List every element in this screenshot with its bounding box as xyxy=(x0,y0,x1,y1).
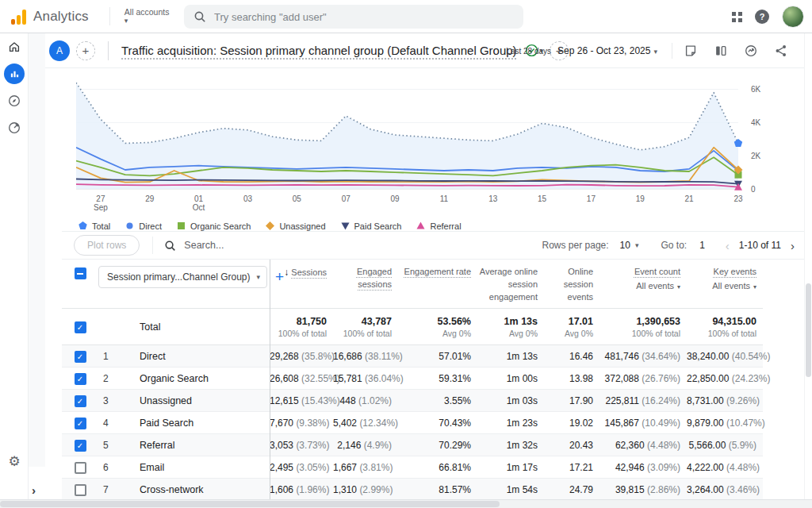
date-range-picker[interactable]: Sep 26 - Oct 23, 2025▾ xyxy=(557,45,657,56)
metric-cell: 3.55% xyxy=(398,395,477,406)
metric-cell: 16.46 xyxy=(544,351,599,362)
table-row[interactable]: 5 Referral 3,053 (3.73%) 2,146 (4.9%) 70… xyxy=(62,434,763,456)
metric-cell: 1m 32s xyxy=(477,440,544,451)
row-checkbox[interactable] xyxy=(75,395,86,407)
sidebar-item-advertising[interactable] xyxy=(0,114,29,141)
help-icon[interactable]: ? xyxy=(755,10,769,24)
line-chart[interactable]: 6K4K2K027Sep2901Oct030507091113151719212… xyxy=(76,75,790,216)
chevron-down-icon[interactable]: ▾ xyxy=(635,241,639,249)
row-number: 1 xyxy=(98,351,125,362)
row-number: 5 xyxy=(98,440,125,451)
expand-sidebar-icon[interactable]: › xyxy=(32,483,36,497)
row-channel: Unassigned xyxy=(125,395,270,406)
metric-cell: 1m 23s xyxy=(477,418,544,429)
rows-per-page-value[interactable]: 10 xyxy=(620,240,630,251)
report-header: A + Traffic acquisition: Session primary… xyxy=(29,33,812,68)
column-header-avg-online-session-engagement[interactable]: Average online session engagement xyxy=(477,266,544,304)
go-to-input[interactable]: 1 xyxy=(699,240,705,251)
report-area: A + Traffic acquisition: Session primary… xyxy=(29,33,812,500)
sort-desc-icon: ↓ xyxy=(284,267,289,278)
vertical-scrollbar-thumb[interactable] xyxy=(806,283,811,377)
column-header-sessions[interactable]: ↓Sessions xyxy=(270,266,333,279)
metric-cell: 57.01% xyxy=(398,351,477,362)
table-row[interactable]: 1 Direct 29,268 (35.8%) 16,686 (38.11%) … xyxy=(62,345,763,368)
table-row[interactable]: 4 Paid Search 7,670 (9.38%) 5,402 (12.34… xyxy=(62,412,763,434)
share-icon[interactable] xyxy=(774,44,788,58)
add-workspace-button[interactable]: + xyxy=(76,41,95,60)
legend-item[interactable]: Total xyxy=(78,221,110,231)
legend-item[interactable]: Paid Search xyxy=(340,221,402,231)
legend-item[interactable]: Referral xyxy=(416,221,461,231)
metric-cell: 62,360 (4.48%) xyxy=(599,440,687,451)
metric-cell: 17.90 xyxy=(544,395,599,406)
analytics-logo-icon[interactable] xyxy=(11,9,26,25)
admin-gear-icon[interactable]: ⚙ xyxy=(0,453,29,470)
row-checkbox[interactable] xyxy=(75,484,86,496)
legend-label: Organic Search xyxy=(190,221,251,231)
explore-icon xyxy=(7,94,21,108)
legend-item[interactable]: Unassigned xyxy=(265,221,325,231)
column-header-engagement-rate[interactable]: Engagement rate xyxy=(398,266,477,279)
vertical-scrollbar[interactable] xyxy=(804,33,812,500)
metric-cell: 17.21 xyxy=(544,462,599,473)
row-checkbox[interactable] xyxy=(75,462,86,474)
sidebar-item-reports[interactable] xyxy=(0,60,29,87)
metric-cell: 7,670 (9.38%) xyxy=(270,418,333,429)
compare-icon[interactable] xyxy=(714,44,728,58)
legend-item[interactable]: Direct xyxy=(124,221,162,231)
metric-cell: 81.57% xyxy=(398,484,477,495)
go-to-label: Go to: xyxy=(661,240,687,251)
global-search-input[interactable] xyxy=(214,11,514,23)
event-filter-dropdown[interactable]: All events▾ xyxy=(599,280,680,293)
workspace-avatar[interactable]: A xyxy=(49,40,70,61)
account-switcher[interactable]: All accounts ▾ xyxy=(109,7,170,25)
insights-icon[interactable] xyxy=(744,44,758,58)
metric-cell: 20.43 xyxy=(544,440,599,451)
row-channel: Email xyxy=(125,462,270,473)
notes-icon[interactable] xyxy=(684,44,698,58)
chevron-down-icon: ▾ xyxy=(124,17,170,25)
account-switcher-label: All accounts xyxy=(124,7,170,17)
legend-item[interactable]: Organic Search xyxy=(176,221,251,231)
metric-cell: 8,731.00 (9.26%) xyxy=(687,395,763,406)
row-checkbox[interactable] xyxy=(75,418,86,429)
row-checkbox[interactable] xyxy=(75,440,86,452)
plot-rows-button[interactable]: Plot rows xyxy=(74,235,140,256)
column-header-engaged-sessions[interactable]: Engaged sessions xyxy=(333,266,398,291)
column-header-online-session-events[interactable]: Online session events xyxy=(544,266,599,304)
report-title[interactable]: Traffic acquisition: Session primary cha… xyxy=(121,44,517,57)
apps-grid-icon[interactable] xyxy=(732,12,742,22)
metric-cell: 3,053 (3.73%) xyxy=(270,440,333,451)
metric-cell: 481,746 (34.64%) xyxy=(599,351,687,362)
table-search-input[interactable] xyxy=(184,240,295,251)
sidebar-item-explore[interactable] xyxy=(0,87,29,114)
row-checkbox[interactable] xyxy=(75,321,86,333)
next-page-icon[interactable]: › xyxy=(791,239,795,252)
dimension-dropdown[interactable]: Session primary...Channel Group) ▾ xyxy=(98,266,267,288)
table-controls: Plot rows Rows per page: 10 ▾ Go to: 1 ‹… xyxy=(62,231,812,260)
table-row[interactable]: 7 Cross-network 1,606 (1.96%) 1,310 (2.9… xyxy=(62,479,763,501)
select-all-checkbox[interactable] xyxy=(75,267,86,279)
metric-cell: 145,867 (10.49%) xyxy=(599,418,687,429)
sidebar-item-home[interactable] xyxy=(0,33,29,60)
avatar[interactable] xyxy=(782,6,804,28)
x-axis-label: 21 xyxy=(685,194,695,203)
metric-cell: 372,088 (26.76%) xyxy=(599,373,687,384)
table-row[interactable]: 3 Unassigned 12,615 (15.43%) 448 (1.02%)… xyxy=(62,390,763,412)
table-row[interactable]: 6 Email 2,495 (3.05%) 1,667 (3.81%) 66.8… xyxy=(62,456,763,479)
table-search[interactable] xyxy=(164,240,295,252)
column-header-key-events[interactable]: Key eventsAll events▾ xyxy=(687,266,763,293)
legend-marker-pentagon-icon xyxy=(78,221,88,231)
horizontal-scrollbar-thumb[interactable] xyxy=(0,501,500,507)
row-checkbox[interactable] xyxy=(75,351,86,363)
global-search[interactable] xyxy=(184,5,523,29)
table-header-row: Session primary...Channel Group) ▾ + ↓Se… xyxy=(62,260,763,309)
row-checkbox[interactable] xyxy=(75,373,86,385)
key-event-filter-dropdown[interactable]: All events▾ xyxy=(687,280,756,293)
column-header-event-count[interactable]: Event countAll events▾ xyxy=(599,266,687,293)
horizontal-scrollbar[interactable] xyxy=(0,499,812,508)
table-row[interactable]: 2 Organic Search 26,608 (32.55%) 15,781 … xyxy=(62,368,763,390)
x-axis-label: 29 xyxy=(145,194,155,203)
metric-cell: 3,264.00 (3.46%) xyxy=(687,484,763,495)
rows-per-page-label: Rows per page: xyxy=(542,240,609,251)
